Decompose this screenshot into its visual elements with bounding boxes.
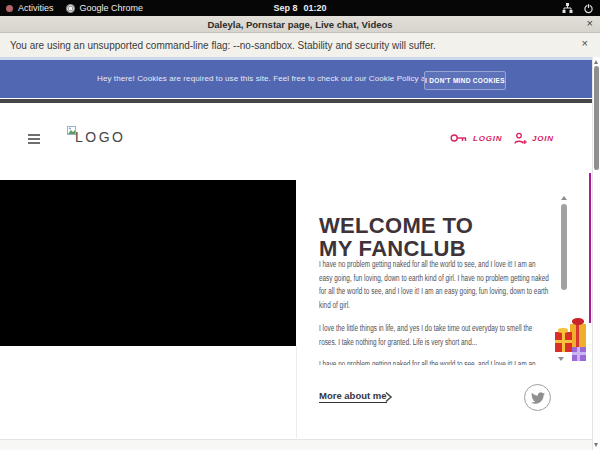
desktop-screen: Activities Google Chrome Sep 8 01:20 bbox=[0, 0, 600, 450]
scrollbar-up-icon[interactable] bbox=[594, 60, 598, 64]
gift-string bbox=[589, 173, 591, 323]
gnome-top-bar: Activities Google Chrome Sep 8 01:20 bbox=[0, 0, 600, 16]
gift-box-red bbox=[555, 332, 572, 352]
active-app-label: Google Chrome bbox=[80, 3, 144, 13]
join-button[interactable]: JOIN bbox=[514, 132, 554, 145]
window-close-icon[interactable]: × bbox=[587, 17, 593, 29]
gift-box-purple bbox=[572, 347, 586, 361]
scrollbar-thumb[interactable] bbox=[594, 66, 599, 170]
cookie-accept-button[interactable]: I DON'T MIND COOKIES bbox=[424, 71, 506, 90]
gift-bow-yellow bbox=[558, 328, 568, 333]
key-icon bbox=[450, 132, 468, 144]
clock-date: Sep 8 bbox=[273, 3, 297, 13]
video-player[interactable] bbox=[0, 180, 296, 346]
infobar-message: You are using an unsupported command-lin… bbox=[10, 40, 436, 51]
join-label: JOIN bbox=[532, 134, 554, 143]
twitter-icon bbox=[531, 392, 545, 404]
more-about-me-link[interactable]: More about me bbox=[319, 390, 387, 403]
scrollbar-down-icon[interactable] bbox=[594, 443, 598, 447]
chevron-right-icon bbox=[384, 391, 393, 403]
column-divider bbox=[296, 346, 297, 438]
bio-paragraph: I love the little things in life, and ye… bbox=[319, 322, 550, 349]
activities-button[interactable]: Activities bbox=[0, 0, 60, 16]
menu-icon[interactable] bbox=[28, 134, 40, 144]
text-scrollbar-thumb[interactable] bbox=[561, 204, 567, 290]
power-icon bbox=[583, 3, 594, 14]
browser-scrollbar[interactable] bbox=[592, 57, 600, 450]
activities-label: Activities bbox=[18, 3, 54, 13]
text-scroll-up-icon[interactable] bbox=[561, 196, 567, 200]
cookie-message: Hey there! Cookies are required to use t… bbox=[97, 74, 463, 83]
cookie-banner: Hey there! Cookies are required to use t… bbox=[0, 57, 592, 98]
app-indicator-icon bbox=[6, 5, 13, 12]
bio-paragraph-clipped: I have no problem getting naked for all … bbox=[319, 358, 550, 365]
login-label: LOGIN bbox=[473, 134, 502, 143]
logo-alt-text: LOGO bbox=[75, 129, 125, 145]
welcome-heading: WELCOME TO MY FANCLUB bbox=[319, 214, 509, 260]
chrome-infobar: You are using an unsupported command-lin… bbox=[0, 33, 600, 57]
window-title: Daleyla, Pornstar page, Live chat, Video… bbox=[207, 19, 392, 30]
clock-button[interactable]: Sep 8 01:20 bbox=[270, 0, 329, 16]
clock-time: 01:20 bbox=[303, 3, 326, 13]
site-header: LOGO LOGIN JOIN bbox=[0, 103, 592, 180]
window-title-bar[interactable]: Daleyla, Pornstar page, Live chat, Video… bbox=[0, 16, 600, 33]
login-button[interactable]: LOGIN bbox=[450, 132, 502, 144]
infobar-close-icon[interactable]: × bbox=[582, 37, 588, 49]
person-add-icon bbox=[514, 132, 527, 145]
gifts-widget[interactable] bbox=[555, 317, 592, 362]
network-icon bbox=[562, 3, 573, 14]
chrome-icon bbox=[66, 4, 75, 13]
page-bottom-strip bbox=[0, 439, 592, 450]
site-logo[interactable]: LOGO bbox=[67, 121, 76, 139]
bio-paragraph: I have no problem getting naked for all … bbox=[319, 258, 550, 312]
system-tray[interactable] bbox=[552, 0, 594, 16]
active-app-menu[interactable]: Google Chrome bbox=[60, 0, 150, 16]
twitter-button[interactable] bbox=[524, 384, 551, 411]
gift-bow-red bbox=[572, 318, 584, 325]
